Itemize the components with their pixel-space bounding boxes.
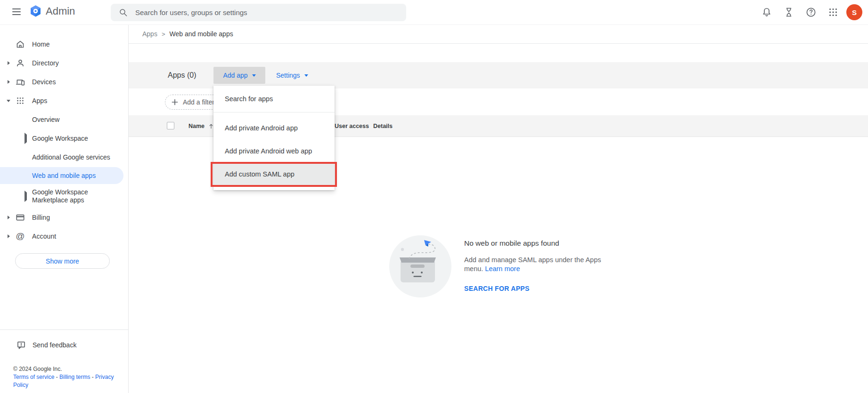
breadcrumb-separator: > <box>162 31 165 38</box>
person-icon <box>16 58 25 68</box>
search-for-apps-button[interactable]: SEARCH FOR APPS <box>464 285 620 292</box>
learn-more-link[interactable]: Learn more <box>485 265 520 273</box>
send-feedback-button[interactable]: Send feedback <box>0 336 128 354</box>
avatar-initial: S <box>852 8 857 16</box>
terms-of-service-link[interactable]: Terms of service <box>13 374 54 380</box>
sidebar-item-overview[interactable]: Overview <box>0 110 128 129</box>
sidebar-item-directory[interactable]: Directory <box>0 54 128 72</box>
empty-state: No web or mobile apps found Add and mana… <box>388 234 620 298</box>
send-feedback-label: Send feedback <box>33 341 76 349</box>
breadcrumb: Apps > Web and mobile apps <box>129 24 868 44</box>
hourglass-icon <box>783 7 794 18</box>
dropdown-arrow-icon <box>252 74 256 77</box>
sidebar-item-label: Web and mobile apps <box>32 172 96 179</box>
sidebar-item-label: Directory <box>32 59 59 67</box>
settings-button[interactable]: Settings <box>270 67 315 84</box>
at-sign-icon: @ <box>16 232 25 241</box>
topbar: Admin Search for users, groups or settin… <box>0 0 868 25</box>
sidebar-item-label: Overview <box>32 116 59 123</box>
sidebar-item-billing[interactable]: Billing <box>0 208 128 227</box>
product-name: Admin <box>46 5 75 17</box>
sidebar-item-label: Apps <box>32 97 47 104</box>
breadcrumb-apps-link[interactable]: Apps <box>142 30 157 38</box>
chevron-down-icon[interactable] <box>5 100 12 102</box>
notifications-button[interactable] <box>755 1 778 24</box>
sidebar: Home Directory Devices Apps Overview Goo… <box>0 24 129 393</box>
menu-item-add-private-android-app[interactable]: Add private Android app <box>213 116 335 139</box>
select-all-checkbox[interactable] <box>167 122 174 129</box>
search-icon <box>119 8 128 17</box>
menu-item-search-for-apps[interactable]: Search for apps <box>213 86 335 112</box>
sidebar-footer: © 2024 Google Inc. Terms of service - Bi… <box>13 365 116 389</box>
search-placeholder: Search for users, groups or settings <box>135 8 247 16</box>
chevron-right-icon[interactable] <box>25 135 27 142</box>
sidebar-item-devices[interactable]: Devices <box>0 72 128 91</box>
column-header-name[interactable]: Name <box>188 115 214 136</box>
chevron-right-icon[interactable] <box>5 61 12 65</box>
column-header-details: Details <box>373 115 393 136</box>
chevron-right-icon[interactable] <box>25 192 27 200</box>
settings-label: Settings <box>276 72 300 79</box>
menu-divider <box>213 112 335 112</box>
apps-toolbar: Apps (0) Add app Settings <box>129 62 868 89</box>
plus-icon <box>171 98 179 106</box>
show-more-button[interactable]: Show more <box>15 253 110 269</box>
sidebar-item-home[interactable]: Home <box>0 35 128 54</box>
page-title: Apps (0) <box>168 62 196 88</box>
main-menu-icon[interactable] <box>12 8 21 15</box>
feedback-icon <box>16 340 26 350</box>
menu-item-add-custom-saml-app[interactable]: Add custom SAML app <box>213 162 335 185</box>
empty-state-text: No web or mobile apps found Add and mana… <box>464 234 620 298</box>
add-app-dropdown-menu: Search for apps Add private Android app … <box>213 86 335 190</box>
link-separator: - <box>92 374 94 380</box>
chevron-right-icon[interactable] <box>5 216 12 219</box>
billing-terms-link[interactable]: Billing terms <box>59 374 90 380</box>
sidebar-item-label: Google Workspace Marketplace apps <box>32 188 98 204</box>
sidebar-item-account[interactable]: @ Account <box>0 227 128 246</box>
topbar-actions: S <box>755 0 865 24</box>
copyright-text: © 2024 Google Inc. <box>13 365 116 373</box>
sidebar-item-label: Home <box>32 40 50 48</box>
column-label: Name <box>188 123 205 129</box>
column-header-user-access: User access <box>335 115 369 136</box>
sidebar-item-google-workspace[interactable]: Google Workspace <box>0 129 128 148</box>
add-filter-label: Add a filter <box>183 98 214 106</box>
search-bar[interactable]: Search for users, groups or settings <box>111 4 406 21</box>
empty-state-title: No web or mobile apps found <box>464 239 620 248</box>
help-icon <box>805 7 817 18</box>
sidebar-item-label: Billing <box>32 214 50 221</box>
sidebar-item-apps[interactable]: Apps <box>0 91 128 110</box>
empty-box-illustration <box>388 234 452 298</box>
add-app-button[interactable]: Add app <box>213 67 265 84</box>
sidebar-item-label: Devices <box>32 78 56 86</box>
help-button[interactable] <box>800 1 822 24</box>
sidebar-item-web-and-mobile-apps[interactable]: Web and mobile apps <box>0 167 123 184</box>
account-avatar[interactable]: S <box>846 4 862 20</box>
devices-icon <box>16 77 25 87</box>
sidebar-item-label: Account <box>32 233 56 240</box>
admin-logo[interactable]: Admin <box>29 5 75 17</box>
empty-state-description: Add and manage SAML apps under the Apps … <box>464 256 609 273</box>
bell-icon <box>761 7 772 18</box>
tasks-button[interactable] <box>778 1 800 24</box>
home-icon <box>16 40 25 49</box>
breadcrumb-current: Web and mobile apps <box>170 30 233 38</box>
apps-grid-icon <box>828 7 838 17</box>
sidebar-item-google-workspace-marketplace-apps[interactable]: Google Workspace Marketplace apps <box>0 184 128 208</box>
add-app-label: Add app <box>223 72 247 79</box>
chevron-right-icon[interactable] <box>5 234 12 238</box>
apps-grid-icon <box>16 96 25 105</box>
sidebar-item-label: Additional Google services <box>32 153 110 161</box>
google-admin-logo-icon <box>29 5 42 17</box>
sidebar-item-label: Google Workspace <box>32 135 88 142</box>
main-content: Apps > Web and mobile apps Apps (0) Add … <box>129 24 868 393</box>
sidebar-item-additional-google-services[interactable]: Additional Google services <box>0 148 128 167</box>
sidebar-divider <box>0 329 128 330</box>
google-apps-button[interactable] <box>822 1 844 24</box>
chevron-right-icon[interactable] <box>5 80 12 84</box>
dropdown-arrow-icon <box>304 74 308 77</box>
credit-card-icon <box>16 213 25 222</box>
menu-item-add-private-android-web-app[interactable]: Add private Android web app <box>213 139 335 162</box>
link-separator: - <box>56 374 58 380</box>
